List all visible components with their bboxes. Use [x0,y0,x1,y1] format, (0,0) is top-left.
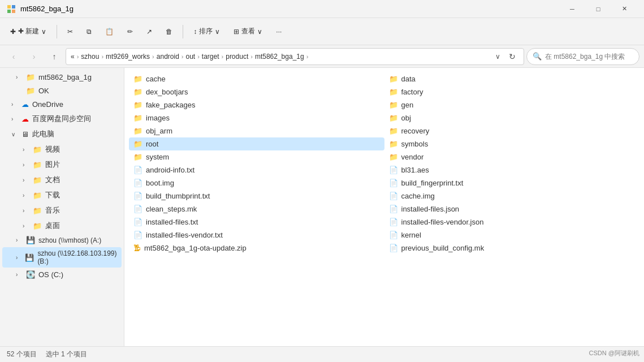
file-item[interactable]: 📄installed-files-vendor.json [384,216,640,229]
titlebar-left: mt5862_bga_1g [7,5,74,14]
file-icon: 📄 [133,231,142,239]
file-item[interactable]: 📁recovery [384,124,640,137]
sidebar-item-label: 视频 [45,144,60,154]
sidebar-item-label: 桌面 [45,221,60,231]
file-name: previous_build_config.mk [401,244,485,252]
paste-icon: 📋 [105,28,114,36]
pc-icon: 🖥 [21,130,29,139]
sidebar-item-drive-c[interactable]: › 💽 OS (C:) [2,268,122,281]
sidebar-item-label: OneDrive [32,100,63,109]
cut-button[interactable]: ✂ [62,21,79,42]
file-item[interactable]: 📄cache.img [384,189,640,202]
file-icon: 📄 [389,244,398,252]
sidebar-item-music[interactable]: › 📁 音乐 [2,203,122,218]
file-item[interactable]: 🗜mt5862_bga_1g-ota-update.zip [129,242,384,255]
file-item[interactable]: 📁root [129,137,384,150]
file-item[interactable]: 📁images [129,111,384,124]
svg-rect-2 [7,10,11,13]
delete-button[interactable]: 🗑 [160,21,178,42]
sidebar-item-drive-a[interactable]: › 💾 szhou (\\vmhost) (A:) [2,234,122,247]
sidebar-item-label: 百度网盘同步空间 [32,114,91,124]
file-grid: 📁cache📁data📁dex_bootjars📁factory📁fake_pa… [124,72,644,255]
file-item[interactable]: 📄clean_steps.mk [129,202,384,216]
file-icon: 📁 [133,153,142,161]
path-segment-1: szhou [81,53,99,61]
file-item[interactable]: 📄installed-files-vendor.txt [129,229,384,242]
sort-button[interactable]: ↕ 排序 ∨ [188,21,226,42]
file-item[interactable]: 📁symbols [384,137,640,150]
sidebar-item-baidu[interactable]: › ☁ 百度网盘同步空间 [2,111,122,126]
file-item[interactable]: 📁obj [384,111,640,124]
file-item[interactable]: 📁factory [384,85,640,98]
expand-icon: › [23,177,29,183]
file-icon: 📁 [133,114,142,122]
sidebar-item-label: 此电脑 [32,129,54,139]
rename-button[interactable]: ✏ [122,21,139,42]
expand-icon: › [16,74,23,80]
path-refresh-button[interactable]: ↻ [505,50,519,63]
file-item[interactable]: 📁gen [384,98,640,111]
file-name: obj [401,114,411,122]
file-item[interactable]: 📄installed-files.json [384,202,640,216]
file-name: gen [401,101,414,109]
view-arrow-icon: ∨ [257,28,262,36]
share-button[interactable]: ↗ [141,21,158,42]
sidebar-item-label: szhou (\\vmhost) (A:) [38,236,101,244]
file-item[interactable]: 📁system [129,150,384,163]
sidebar-item-label: 图片 [45,160,60,170]
sidebar-item-mt5862[interactable]: › 📁 mt5862_bga_1g [2,71,122,84]
file-item[interactable]: 📁data [384,72,640,85]
filelist: 📁cache📁data📁dex_bootjars📁factory📁fake_pa… [124,68,644,346]
sidebar-item-onedrive[interactable]: › ☁ OneDrive [2,98,122,111]
file-item[interactable]: 📄bl31.aes [384,163,640,176]
paste-button[interactable]: 📋 [100,21,119,42]
sidebar-item-label: OK [38,87,49,95]
close-button[interactable]: ✕ [611,0,637,18]
sidebar-item-videos[interactable]: › 📁 视频 [2,142,122,157]
maximize-button[interactable]: □ [585,0,611,18]
titlebar-controls: ─ □ ✕ [559,0,637,18]
sidebar-item-drive-b[interactable]: › 💾 szhou (\\192.168.103.199) (B:) [2,247,122,268]
up-button[interactable]: ↑ [45,48,63,66]
file-item[interactable]: 📁fake_packages [129,98,384,111]
file-item[interactable]: 📄android-info.txt [129,163,384,176]
forward-button[interactable]: › [25,48,43,66]
expand-icon: › [11,116,18,122]
watermark: CSDN @阿谜刷机 [589,349,639,357]
file-item[interactable]: 📄boot.img [129,176,384,189]
file-name: symbols [401,140,429,148]
search-box[interactable]: 🔍 [526,48,639,65]
sidebar-item-ok[interactable]: 📁 OK [2,84,122,97]
sidebar-item-desktop[interactable]: › 📁 桌面 [2,218,122,233]
more-button[interactable]: ··· [270,21,287,42]
more-icon: ··· [276,28,282,36]
drive-icon: 💽 [26,270,35,279]
file-item[interactable]: 📄build_fingerprint.txt [384,176,640,189]
address-path[interactable]: « › szhou › mt9269_works › android › out… [66,48,524,65]
sidebar-item-pictures[interactable]: › 📁 图片 [2,157,122,172]
file-item[interactable]: 📁dex_bootjars [129,85,384,98]
file-item[interactable]: 📄installed-files.txt [129,216,384,229]
file-name: bl31.aes [401,166,429,174]
new-button[interactable]: ✚ ✚ 新建 ∨ [5,21,52,42]
file-item[interactable]: 📄build_thumbprint.txt [129,189,384,202]
view-button[interactable]: ⊞ 查看 ∨ [228,21,268,42]
copy-button[interactable]: ⧉ [81,21,97,42]
back-button[interactable]: ‹ [5,48,23,66]
sidebar-item-thispc[interactable]: ∨ 🖥 此电脑 [2,127,122,141]
minimize-button[interactable]: ─ [559,0,585,18]
path-dropdown-button[interactable]: ∨ [491,50,504,63]
expand-icon: › [23,223,29,229]
file-icon: 📁 [389,75,398,83]
file-item[interactable]: 📁vendor [384,150,640,163]
file-item[interactable]: 📁obj_arm [129,124,384,137]
file-icon: 📄 [133,218,142,226]
file-name: boot.img [146,179,174,187]
path-segment-3: android [157,53,179,61]
search-input[interactable] [545,53,633,61]
file-item[interactable]: 📄previous_build_config.mk [384,242,640,255]
sidebar-item-downloads[interactable]: › 📁 下载 [2,188,122,202]
file-item[interactable]: 📄kernel [384,229,640,242]
file-item[interactable]: 📁cache [129,72,384,85]
sidebar-item-documents[interactable]: › 📁 文档 [2,173,122,187]
